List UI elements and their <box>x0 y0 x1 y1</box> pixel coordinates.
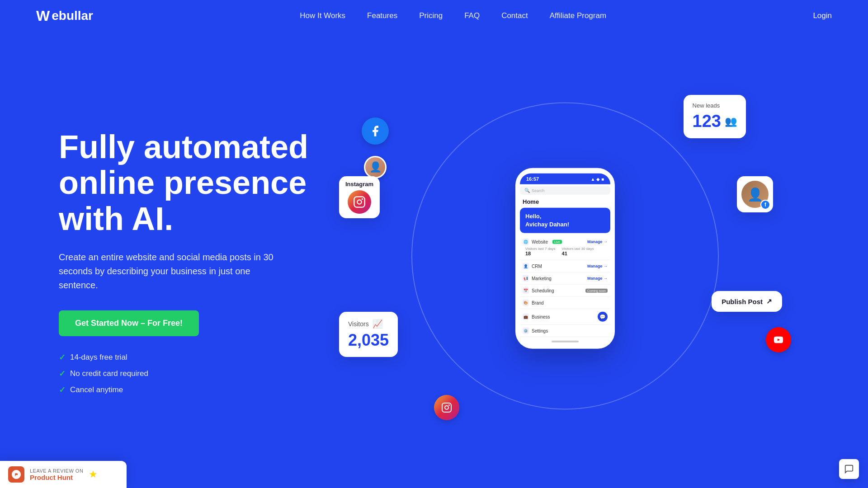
checklist-label-2: No credit card required <box>70 369 148 378</box>
publish-post-card[interactable]: Publish Post ↗ <box>712 291 782 312</box>
facebook-badge: f <box>760 200 770 210</box>
phone-search-bar: 🔍 Search <box>520 186 610 195</box>
phone-signal-icons: ▲ ◆ ■ <box>591 176 604 181</box>
login-button[interactable]: Login <box>813 11 832 20</box>
facebook-avatar-card: 👤 f <box>737 176 773 212</box>
hero-content: Fully automated online presence with AI.… <box>59 129 321 395</box>
business-icon: 💼 <box>523 314 529 320</box>
trend-icon: 📈 <box>373 319 382 329</box>
nav-features[interactable]: Features <box>367 11 397 20</box>
visitors-label: Visitors 📈 <box>348 319 389 329</box>
chat-bubble-phone: 💬 <box>598 312 608 322</box>
user-avatar-small: 👤 <box>364 156 387 178</box>
product-hunt-bottom-text: Product Hunt <box>30 474 83 481</box>
nav-faq[interactable]: FAQ <box>464 11 480 20</box>
phone-greeting: Hello, Avichay Dahan! <box>520 208 610 233</box>
checklist-item-3: ✓ Cancel anytime <box>59 385 321 395</box>
leads-users-icon: 👥 <box>725 116 737 127</box>
product-hunt-bar[interactable]: LEAVE A REVIEW ON Product Hunt ★ <box>0 461 127 488</box>
new-leads-label: New leads <box>693 102 737 109</box>
check-icon-3: ✓ <box>59 385 66 395</box>
product-hunt-star: ★ <box>89 469 98 480</box>
phone-crm-row: 👤 CRM Manage → <box>520 260 610 272</box>
checklist-item-1: ✓ 14-days free trial <box>59 352 321 362</box>
chat-widget[interactable] <box>839 459 859 479</box>
instagram-card-title: Instagram <box>345 181 373 188</box>
svg-rect-4 <box>442 403 451 412</box>
youtube-icon <box>766 327 791 352</box>
nav-pricing[interactable]: Pricing <box>419 11 443 20</box>
visitors-card: Visitors 📈 2,035 <box>339 312 398 357</box>
publish-post-label: Publish Post <box>722 298 763 305</box>
marketing-label: Marketing <box>532 276 552 281</box>
facebook-user-avatar: 👤 f <box>741 181 769 208</box>
phone-mockup: 16:57 ▲ ◆ ■ 🔍 Search Home Hello, Avichay… <box>515 168 615 349</box>
phone-time: 16:57 <box>526 176 539 182</box>
search-icon: 🔍 <box>524 188 530 193</box>
phone-business-row: 💼 Business 💬 <box>520 309 610 325</box>
hero-subtitle: Create an entire website and social medi… <box>59 250 276 292</box>
new-leads-number: 123 👥 <box>693 112 737 131</box>
phone-home-label: Home <box>520 197 610 206</box>
coming-soon-badge: Coming soon <box>585 289 608 293</box>
cursor-icon: ↗ <box>766 297 772 305</box>
live-badge: Live <box>552 240 562 244</box>
hero-section: Fully automated online presence with AI.… <box>0 32 868 465</box>
phone-status-bar: 16:57 ▲ ◆ ■ <box>520 174 610 184</box>
website-label: Website <box>532 239 548 244</box>
phone-scheduling-row: 📅 Scheduling Coming soon <box>520 285 610 297</box>
phone-brand-row: 🎨 Brand <box>520 297 610 309</box>
crm-manage-link[interactable]: Manage → <box>587 264 608 268</box>
facebook-icon <box>362 117 389 145</box>
cta-button[interactable]: Get Started Now – For Free! <box>59 310 199 336</box>
phone-bottom-bar <box>552 341 579 343</box>
website-icon: 🌐 <box>523 239 529 245</box>
phone-marketing-row: 📢 Marketing Manage → <box>520 272 610 285</box>
nav-how-it-works[interactable]: How It Works <box>300 11 345 20</box>
visitors-stats-row: Visitors last 7 days 18 Visitors last 30… <box>523 246 608 257</box>
visitors-30-stat: Visitors last 30 days 41 <box>562 247 594 256</box>
nav-contact[interactable]: Contact <box>501 11 528 20</box>
logo[interactable]: Webullar <box>36 8 93 24</box>
phone-settings-row: ⚙️ Settings <box>520 325 610 337</box>
visitors-number: 2,035 <box>348 331 389 350</box>
settings-label: Settings <box>532 328 548 333</box>
business-label: Business <box>532 314 550 319</box>
logo-text: ebullar <box>52 9 93 23</box>
product-hunt-text: LEAVE A REVIEW ON Product Hunt <box>30 468 83 481</box>
product-hunt-top-text: LEAVE A REVIEW ON <box>30 468 83 474</box>
scheduling-label: Scheduling <box>532 288 554 293</box>
brand-label: Brand <box>532 300 544 305</box>
checklist-label-3: Cancel anytime <box>70 385 123 394</box>
new-leads-card: New leads 123 👥 <box>684 95 746 138</box>
nav-links: How It Works Features Pricing FAQ Contac… <box>300 11 606 20</box>
logo-w: W <box>36 8 50 24</box>
marketing-icon: 📢 <box>523 275 529 282</box>
instagram-avatar <box>348 190 371 214</box>
checklist-label-1: 14-days free trial <box>70 353 127 362</box>
crm-label: CRM <box>532 264 542 269</box>
navbar: Webullar How It Works Features Pricing F… <box>0 0 868 32</box>
svg-point-1 <box>357 200 361 204</box>
nav-affiliate[interactable]: Affiliate Program <box>550 11 606 20</box>
marketing-manage-link[interactable]: Manage → <box>587 276 608 281</box>
svg-point-5 <box>445 406 448 409</box>
check-icon-2: ✓ <box>59 369 66 379</box>
checklist: ✓ 14-days free trial ✓ No credit card re… <box>59 352 321 395</box>
phone-website-row: 🌐 Website Live Manage → Visitors last 7 … <box>520 236 610 260</box>
brand-icon: 🎨 <box>523 300 529 306</box>
product-hunt-logo <box>8 466 24 483</box>
settings-icon: ⚙️ <box>523 328 529 334</box>
instagram-social-icon <box>434 395 459 420</box>
check-icon-1: ✓ <box>59 352 66 362</box>
website-manage-link[interactable]: Manage → <box>587 239 608 244</box>
instagram-card: Instagram <box>339 176 380 218</box>
hero-illustration: 👤 Instagram Visitors 📈 2,035 16:57 ▲ ◆ ■… <box>321 59 809 465</box>
crm-icon: 👤 <box>523 263 529 269</box>
svg-rect-0 <box>354 197 364 207</box>
hero-title: Fully automated online presence with AI. <box>59 129 321 237</box>
checklist-item-2: ✓ No credit card required <box>59 369 321 379</box>
scheduling-icon: 📅 <box>523 287 529 294</box>
visitors-7-stat: Visitors last 7 days 18 <box>525 247 556 256</box>
